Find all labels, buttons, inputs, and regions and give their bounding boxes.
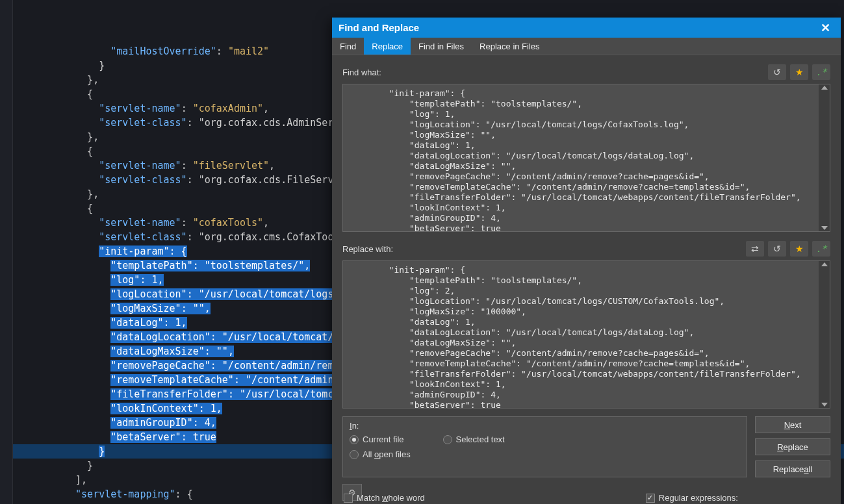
tab-find[interactable]: Find [332,38,364,55]
find-what-label: Find what: [342,68,381,77]
regex-helper-icon[interactable]: .* [812,64,830,80]
dialog-title-text: Find and Replace [339,22,419,33]
find-what-field[interactable]: "init-param": { "templatePath": "toolste… [342,84,830,232]
tab-replace[interactable]: Replace [364,38,411,55]
dialog-tabs: Find Replace Find in Files Replace in Fi… [332,38,841,55]
scope-panel: In: Current file Selected text All open … [342,416,747,477]
scope-label: I [350,421,352,431]
scroll-up-icon[interactable] [821,262,828,266]
scroll-up-icon[interactable] [821,86,828,90]
find-replace-dialog: Find and Replace ✕ Find Replace Find in … [332,18,841,504]
match-whole-word-checkbox[interactable]: Match whole word [344,493,425,503]
history-icon[interactable]: ↺ [768,241,786,257]
replace-all-button[interactable]: Replace all [755,460,830,477]
find-scrollbar[interactable] [819,84,830,231]
scroll-down-icon[interactable] [821,403,828,407]
tab-replace-in-files[interactable]: Replace in Files [472,38,548,55]
close-icon[interactable]: ✕ [817,19,834,36]
radio-selected-text[interactable]: Selected text [443,435,505,444]
regex-helper-icon[interactable]: .* [812,241,830,257]
replace-with-label: Replace with: [342,244,393,254]
find-what-text[interactable]: "init-param": { "templatePath": "toolste… [343,84,819,231]
editor-gutter [0,0,13,504]
next-button[interactable]: Next [755,416,830,433]
replace-with-text[interactable]: "init-param": { "templatePath": "toolste… [343,261,819,408]
replace-with-field[interactable]: "init-param": { "templatePath": "toolste… [342,260,830,409]
regex-checkbox[interactable]: ✓ Regular expressions: [646,493,738,503]
replace-scrollbar[interactable] [819,261,830,408]
radio-all-open-files[interactable]: All open files [350,449,740,459]
favorites-icon[interactable]: ★ [790,64,808,80]
tab-find-in-files[interactable]: Find in Files [411,38,472,55]
radio-current-file[interactable]: Current file [350,435,404,444]
dialog-titlebar[interactable]: Find and Replace ✕ [332,18,841,38]
scroll-down-icon[interactable] [821,226,828,230]
replace-with-label-row: Replace with: ⇄ ↺ ★ .* [342,241,830,257]
swap-icon[interactable]: ⇄ [746,241,764,257]
history-icon[interactable]: ↺ [768,64,786,80]
replace-button[interactable]: Replace [755,438,830,455]
find-what-label-row: Find what: ↺ ★ .* [342,64,830,80]
favorites-icon[interactable]: ★ [790,241,808,257]
